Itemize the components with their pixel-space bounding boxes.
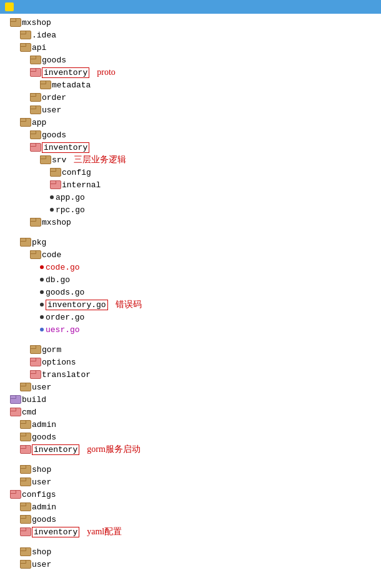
folder-icon-mxshop2	[30, 218, 40, 227]
tree-item-internal[interactable]: internal	[0, 179, 381, 191]
tree-item-goods4[interactable]: goods	[0, 513, 381, 526]
folder-icon-options	[30, 358, 40, 366]
tree-item-db_go[interactable]: db.go	[0, 273, 381, 286]
folder-label-shop: shop	[32, 465, 51, 474]
tree-item-shop2[interactable]: shop	[0, 546, 381, 558]
annotation-srv: 三层业务逻辑	[74, 154, 126, 165]
tree-item-admin2[interactable]: admin	[0, 501, 381, 513]
title-icon	[5, 2, 14, 11]
tree-item-config[interactable]: config	[0, 166, 381, 179]
folder-icon-order	[30, 93, 40, 102]
file-label-inventory_go: inventory.go	[46, 300, 108, 310]
tree-item-order_go[interactable]: order.go	[0, 311, 381, 323]
annotation-inventory4: yaml配置	[87, 526, 122, 537]
file-dot-uesr_go	[40, 328, 44, 331]
file-dot-db_go	[40, 278, 44, 282]
folder-label-api: api	[32, 43, 46, 52]
folder-icon-app	[20, 118, 30, 127]
tree-item-user3[interactable]: user	[0, 476, 381, 488]
tree-item-inventory2[interactable]: inventory	[0, 141, 381, 154]
folder-icon-cmd	[10, 408, 20, 416]
tree-item-inventory1[interactable]: inventoryproto	[0, 66, 381, 79]
folder-label-shop2: shop	[32, 547, 51, 557]
folder-icon-idea	[20, 31, 30, 39]
file-dot-goods_go	[40, 290, 44, 294]
folder-label-inventory1: inventory	[42, 67, 89, 78]
tree-item-user[interactable]: user	[0, 104, 381, 116]
folder-label-mxshop2: mxshop	[42, 218, 71, 227]
folder-icon-metadata	[40, 81, 50, 89]
tree-item-shop[interactable]: shop	[0, 463, 381, 476]
file-label-order_go: order.go	[46, 313, 84, 322]
folder-icon-user	[30, 105, 40, 114]
tree-item-order[interactable]: order	[0, 91, 381, 104]
tree-item-inventory3[interactable]: inventorygorm服务启动	[0, 443, 381, 456]
folder-label-translator: translator	[42, 370, 91, 380]
annotation-inventory_go: 错误码	[116, 299, 142, 310]
tree-item-idea[interactable]: .idea	[0, 29, 381, 41]
tree-item-mxshop2[interactable]: mxshop	[0, 216, 381, 228]
folder-icon-internal	[50, 180, 60, 189]
file-dot-inventory_go	[40, 303, 44, 306]
file-dot-rpc_go	[50, 208, 54, 212]
file-label-goods_go: goods.go	[46, 288, 84, 297]
tree-item-admin[interactable]: admin	[0, 418, 381, 431]
folder-label-goods4: goods	[32, 515, 56, 524]
folder-label-inventory2: inventory	[42, 142, 89, 153]
tree-item-goods_go[interactable]: goods.go	[0, 286, 381, 298]
tree-item-options[interactable]: options	[0, 356, 381, 368]
folder-icon-pkg	[20, 238, 30, 247]
tree-item-pkg[interactable]: pkg	[0, 236, 381, 248]
folder-label-pkg: pkg	[32, 238, 46, 247]
folder-icon-inventory2	[30, 143, 40, 152]
tree-item-inventory4[interactable]: inventoryyaml配置	[0, 526, 381, 538]
folder-icon-code	[30, 250, 40, 259]
folder-icon-goods2	[30, 130, 40, 139]
tree-item-user2[interactable]: user	[0, 381, 381, 393]
file-tree: mxshop.ideaapigoodsinventoryprotometadat…	[0, 14, 381, 573]
folder-label-order: order	[42, 93, 66, 102]
tree-item-goods2[interactable]: goods	[0, 129, 381, 141]
tree-item-inventory_go[interactable]: inventory.go错误码	[0, 298, 381, 311]
folder-label-admin: admin	[32, 420, 56, 429]
folder-label-srv: srv	[52, 155, 66, 165]
tree-item-build[interactable]: build	[0, 393, 381, 406]
folder-icon-srv	[40, 155, 50, 164]
folder-label-goods1: goods	[42, 56, 66, 65]
tree-item-code_go[interactable]: code.go	[0, 261, 381, 273]
folder-label-metadata: metadata	[52, 81, 91, 90]
tree-item-mxshop[interactable]: mxshop	[0, 16, 381, 29]
tree-item-uesr_go[interactable]: uesr.go	[0, 323, 381, 336]
file-label-rpc_go: rpc.go	[56, 205, 85, 215]
tree-item-translator[interactable]: translator	[0, 368, 381, 381]
tree-item-rpc_go[interactable]: rpc.go	[0, 203, 381, 216]
tree-item-app[interactable]: app	[0, 116, 381, 129]
tree-item-gorm[interactable]: gorm	[0, 343, 381, 356]
folder-icon-configs	[10, 490, 20, 499]
folder-icon-gorm	[30, 345, 40, 354]
file-dot-code_go	[40, 265, 44, 269]
folder-label-configs: configs	[22, 490, 56, 499]
folder-icon-goods4	[20, 515, 30, 524]
tree-item-cmd[interactable]: cmd	[0, 406, 381, 418]
tree-item-goods3[interactable]: goods	[0, 431, 381, 443]
folder-icon-user2	[20, 383, 30, 391]
tree-item-code[interactable]: code	[0, 248, 381, 261]
folder-icon-inventory4	[20, 527, 30, 536]
tree-item-metadata[interactable]: metadata	[0, 79, 381, 91]
annotation-inventory1: proto	[97, 67, 116, 77]
folder-icon-inventory3	[20, 445, 30, 454]
tree-item-user4[interactable]: user	[0, 558, 381, 571]
tree-item-goods1[interactable]: goods	[0, 54, 381, 66]
tree-item-srv[interactable]: srv三层业务逻辑	[0, 154, 381, 166]
tree-item-api[interactable]: api	[0, 41, 381, 54]
file-label-uesr_go: uesr.go	[46, 325, 80, 335]
folder-label-cmd: cmd	[22, 408, 36, 417]
tree-item-configs[interactable]: configs	[0, 488, 381, 501]
folder-icon-user3	[20, 478, 30, 486]
file-label-db_go: db.go	[46, 275, 70, 285]
folder-icon-goods3	[20, 433, 30, 441]
folder-label-idea: .idea	[32, 31, 56, 40]
folder-icon-inventory1	[30, 68, 40, 77]
tree-item-app_go[interactable]: app.go	[0, 191, 381, 203]
